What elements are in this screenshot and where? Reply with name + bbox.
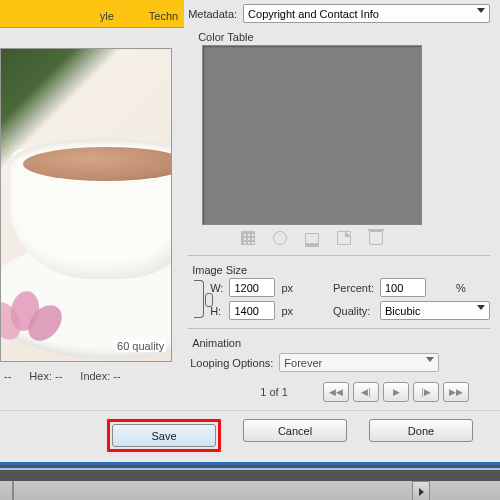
cancel-button[interactable]: Cancel (243, 419, 347, 442)
preview-content (1, 49, 171, 361)
height-field[interactable]: 1400 (229, 301, 275, 320)
metadata-value: Copyright and Contact Info (248, 8, 379, 20)
preview-quality-label: 60 quality (115, 340, 166, 352)
width-unit: px (281, 282, 293, 294)
height-unit: px (281, 305, 293, 317)
chevron-down-icon (477, 8, 485, 13)
quality-label: Quality: (333, 305, 374, 317)
link-dimensions-icon[interactable] (194, 280, 204, 318)
play-button[interactable]: ▶ (383, 382, 409, 402)
first-frame-button[interactable]: ◀◀ (323, 382, 349, 402)
height-label: H: (210, 305, 223, 317)
timeline-panel (0, 462, 500, 500)
looping-value: Forever (284, 357, 322, 369)
image-preview[interactable] (0, 48, 172, 362)
looping-label: Looping Options: (190, 357, 273, 369)
prev-frame-button[interactable]: ◀| (353, 382, 379, 402)
play-icon (419, 488, 424, 496)
animation-label: Animation (192, 337, 490, 349)
quality-dropdown[interactable]: Bicubic (380, 301, 490, 320)
chevron-down-icon (426, 357, 434, 362)
quality-value: Bicubic (385, 305, 420, 317)
timeline-marker[interactable] (12, 481, 14, 500)
frame-counter: 1 of 1 (229, 386, 319, 398)
dialog-button-row: Save Cancel Done (0, 410, 500, 462)
chevron-down-icon (477, 305, 485, 310)
new-color-icon[interactable] (337, 231, 351, 245)
metadata-label: Metadata: (188, 8, 237, 20)
document-header-bar: yle Techn (0, 0, 184, 28)
save-button[interactable]: Save (112, 424, 216, 447)
timeline-play-button[interactable] (412, 481, 430, 500)
looping-dropdown[interactable]: Forever (279, 353, 439, 372)
status-hex: Hex: -- (29, 370, 62, 382)
header-text-right: Techn (149, 10, 178, 22)
last-frame-button[interactable]: ▶▶ (443, 382, 469, 402)
color-table-swatch-area[interactable] (202, 45, 422, 225)
shift-color-icon[interactable] (273, 231, 287, 245)
width-field[interactable]: 1200 (229, 278, 275, 297)
lock-icon[interactable] (305, 233, 319, 247)
done-button[interactable]: Done (369, 419, 473, 442)
status-r: -- (4, 370, 11, 382)
percent-unit: % (456, 282, 490, 294)
metadata-dropdown[interactable]: Copyright and Contact Info (243, 4, 490, 23)
snap-grid-icon[interactable] (241, 231, 255, 245)
header-text-left: yle (100, 10, 114, 22)
percent-field[interactable]: 100 (380, 278, 426, 297)
status-bar: -- Hex: -- Index: -- (0, 370, 121, 382)
width-label: W: (210, 282, 223, 294)
color-table-label: Color Table (198, 31, 490, 43)
tutorial-highlight: Save (107, 419, 221, 452)
next-frame-button[interactable]: |▶ (413, 382, 439, 402)
trash-icon[interactable] (369, 231, 383, 245)
image-size-label: Image Size (192, 264, 490, 276)
percent-label: Percent: (333, 282, 374, 294)
status-index: Index: -- (80, 370, 120, 382)
